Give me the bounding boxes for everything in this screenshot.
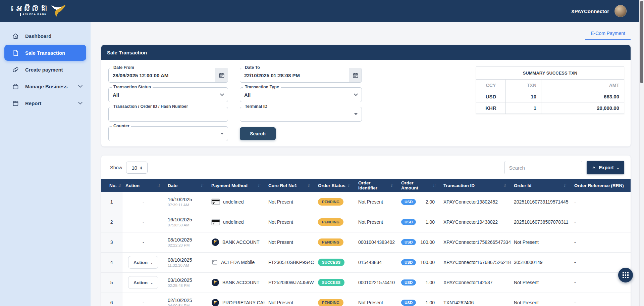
col-header-transaction-id[interactable]: Transaction ID↓↑ bbox=[440, 179, 511, 192]
sidebar-item-report[interactable]: Report bbox=[0, 95, 91, 112]
action-placeholder: - bbox=[122, 232, 164, 252]
acleda-brand-logo: អេស៊ីលីដា ACLEDA BANK bbox=[15, 4, 66, 18]
txn-time: 02:25:48 PM bbox=[168, 283, 205, 288]
col-header-core-ref[interactable]: Core Ref No1↓↑ bbox=[265, 179, 315, 192]
row-number: 5 bbox=[101, 272, 122, 293]
summary-col-amt: AMT bbox=[541, 80, 624, 91]
payment-method: BANK ACCOUNT bbox=[222, 239, 259, 245]
col-header-order-reference[interactable]: Order Reference (RRN) bbox=[571, 179, 631, 192]
sort-icon: ↓↑ bbox=[347, 183, 352, 188]
order-id: Not Present bbox=[511, 293, 571, 306]
date-to-field[interactable]: Date To 22/10/2025 01:28:08 PM bbox=[240, 68, 362, 83]
chevron-down-icon: ⌄ bbox=[150, 261, 153, 264]
sidebar-item-manage-business[interactable]: Manage Business bbox=[0, 78, 91, 95]
counter-label: Counter bbox=[112, 124, 131, 128]
sort-icon: ↓↑ bbox=[157, 183, 161, 188]
app-name: XPAYConnector bbox=[571, 8, 609, 14]
sidebar-item-create-payment[interactable]: Create payment bbox=[0, 61, 91, 78]
txn-time: 07:39:11 AM bbox=[168, 203, 205, 207]
sidebar-item-label: Dashboard bbox=[25, 33, 84, 39]
status-badge: PENDING bbox=[318, 198, 343, 206]
col-header-order-id[interactable]: Order Id↓↑ bbox=[511, 179, 571, 192]
col-header-date[interactable]: Date↓↑ bbox=[164, 179, 208, 192]
action-placeholder: - bbox=[122, 192, 164, 212]
summary-amount: 663.00 bbox=[541, 91, 624, 102]
terminal-id-select[interactable]: Terminal ID bbox=[240, 107, 362, 122]
export-button[interactable]: Export ⌄ bbox=[587, 161, 624, 174]
summary-txn-count: 1 bbox=[506, 102, 541, 114]
col-header-payment-method[interactable]: Payment Method↓↑ bbox=[208, 179, 265, 192]
row-number: 2 bbox=[101, 212, 122, 232]
briefcase-icon bbox=[12, 83, 19, 90]
col-header-order-amount[interactable]: Order Amount↓↑ bbox=[398, 179, 440, 192]
tab-ecom-payment[interactable]: E-Com Payment bbox=[585, 27, 631, 40]
col-header-order-status[interactable]: Order Status↓↑ bbox=[315, 179, 355, 192]
txn-date: 16/10/2025 bbox=[168, 197, 205, 202]
txn-date: 08/10/2025 bbox=[168, 237, 205, 243]
currency-badge: USD bbox=[401, 199, 416, 205]
user-avatar[interactable] bbox=[614, 5, 627, 17]
counter-select[interactable]: Counter bbox=[108, 126, 228, 141]
summary-ccy: USD bbox=[476, 91, 506, 102]
stepper-icon: ▲▼ bbox=[140, 166, 142, 170]
row-action-button[interactable]: Action⌄ bbox=[128, 276, 158, 289]
order-identifier: Not Present bbox=[355, 192, 398, 212]
order-id: Not Present bbox=[511, 232, 571, 252]
row-number: 4 bbox=[101, 252, 122, 272]
date-to-calendar-button[interactable] bbox=[349, 68, 362, 82]
search-button[interactable]: Search bbox=[240, 127, 276, 140]
brand-khmer-text: អេស៊ីលីដា bbox=[15, 4, 47, 13]
transaction-type-select[interactable]: Transaction Type All bbox=[240, 87, 362, 102]
page-size-select[interactable]: 10 ▲▼ bbox=[126, 162, 148, 174]
credit-card-icon bbox=[211, 219, 220, 225]
transaction-status-select[interactable]: Transaction Status All bbox=[108, 87, 228, 102]
order-reference: - bbox=[571, 232, 631, 252]
chevron-down-icon bbox=[77, 85, 84, 88]
status-badge: PENDING bbox=[318, 218, 343, 226]
payment-method: PROPRIETARY CARD bbox=[222, 300, 265, 305]
sort-icon: ↓↑ bbox=[503, 183, 507, 188]
order-amount: 1.00 bbox=[426, 280, 435, 285]
payment-method: undefined bbox=[223, 219, 244, 225]
table-search-input[interactable] bbox=[504, 161, 582, 174]
sale-transaction-filter-panel: Sale Transaction Date From 28/09/2025 12… bbox=[101, 45, 631, 146]
brand-subtitle: ACLEDA BANK bbox=[20, 13, 47, 16]
row-number: 6 bbox=[101, 293, 122, 306]
apps-grid-button[interactable] bbox=[618, 268, 633, 282]
payment-method: BANK ACCOUNT bbox=[222, 280, 259, 285]
payment-method: ACLEDA Mobile bbox=[221, 260, 255, 265]
txn-date: 08/10/2025 bbox=[168, 257, 205, 263]
order-id-input[interactable]: Transaction / Order ID / Hash Number bbox=[108, 107, 228, 122]
date-from-field[interactable]: Date From 28/09/2025 12:00:00 AM bbox=[108, 68, 228, 83]
col-header-action[interactable]: Action↓↑ bbox=[122, 179, 164, 192]
chevron-down-icon bbox=[354, 93, 358, 96]
sidebar-item-label: Manage Business bbox=[25, 84, 71, 89]
page-size-value: 10 bbox=[131, 165, 137, 171]
date-from-calendar-button[interactable] bbox=[215, 68, 228, 82]
table-row: 1 - 16/10/202507:39:11 AM undefined Not … bbox=[101, 192, 631, 212]
order-id: Not Present bbox=[511, 272, 571, 293]
scrollbar-thumb[interactable] bbox=[640, 1, 643, 83]
sidebar-item-dashboard[interactable]: Dashboard bbox=[0, 28, 91, 44]
sort-icon: ↓↑ bbox=[433, 183, 437, 188]
panel-title: Sale Transaction bbox=[101, 45, 631, 60]
vertical-scrollbar bbox=[639, 0, 644, 306]
row-action-button[interactable]: Action⌄ bbox=[128, 256, 158, 269]
txn-date: 03/10/2025 bbox=[168, 277, 205, 283]
report-icon bbox=[12, 100, 19, 107]
document-icon bbox=[12, 49, 19, 56]
transaction-status-value: All bbox=[113, 92, 119, 98]
transaction-id: XPAYConnector142537 bbox=[440, 272, 511, 293]
order-id: 202510160738507078311 bbox=[511, 212, 571, 232]
sidebar-item-sale-transaction[interactable]: Sale Transaction bbox=[4, 45, 86, 61]
dropdown-caret-icon bbox=[354, 113, 358, 115]
summary-title: SUMMARY SUCCESS TXN bbox=[476, 67, 624, 80]
sidebar-item-label: Create payment bbox=[25, 67, 84, 73]
acleda-bird-icon bbox=[50, 4, 66, 18]
transactions-table-card: Show 10 ▲▼ Export ⌄ No. bbox=[101, 156, 631, 306]
col-header-no[interactable]: No.↓↑ bbox=[101, 179, 122, 192]
sort-icon: ↓↑ bbox=[564, 183, 568, 188]
calendar-icon bbox=[353, 72, 359, 78]
col-header-order-identifier[interactable]: Order Identifier↓↑ bbox=[355, 179, 398, 192]
txn-time: 02:22:28 PM bbox=[168, 243, 205, 247]
